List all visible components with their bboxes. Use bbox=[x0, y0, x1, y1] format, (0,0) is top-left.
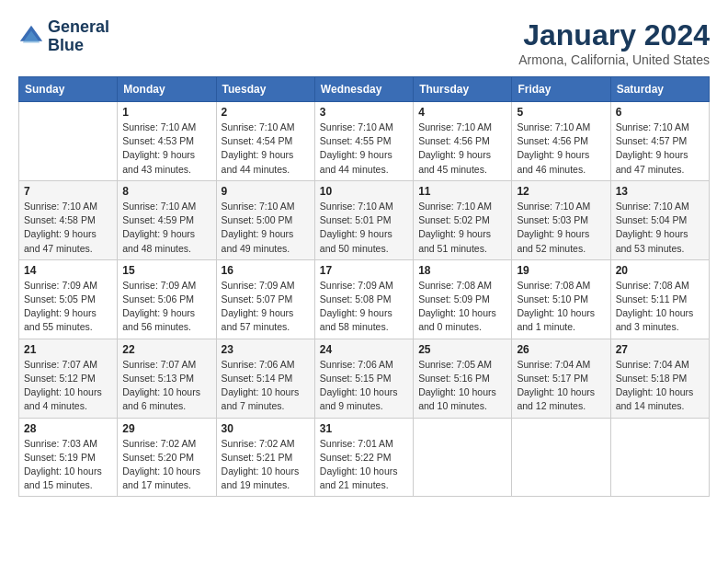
calendar-cell: 28Sunrise: 7:03 AMSunset: 5:19 PMDayligh… bbox=[19, 418, 118, 497]
calendar-cell: 10Sunrise: 7:10 AMSunset: 5:01 PMDayligh… bbox=[314, 180, 413, 259]
day-info: Sunrise: 7:10 AMSunset: 5:03 PMDaylight:… bbox=[517, 200, 605, 256]
day-number: 13 bbox=[616, 185, 704, 198]
calendar-cell: 26Sunrise: 7:04 AMSunset: 5:17 PMDayligh… bbox=[512, 339, 610, 418]
day-info: Sunrise: 7:05 AMSunset: 5:16 PMDaylight:… bbox=[418, 358, 506, 414]
day-number: 3 bbox=[320, 106, 408, 119]
calendar-cell: 8Sunrise: 7:10 AMSunset: 4:59 PMDaylight… bbox=[118, 180, 216, 259]
day-number: 26 bbox=[517, 343, 605, 356]
calendar-cell bbox=[19, 102, 118, 181]
calendar-cell: 19Sunrise: 7:08 AMSunset: 5:10 PMDayligh… bbox=[512, 259, 610, 339]
calendar-cell: 21Sunrise: 7:07 AMSunset: 5:12 PMDayligh… bbox=[19, 339, 118, 418]
calendar-cell: 14Sunrise: 7:09 AMSunset: 5:05 PMDayligh… bbox=[19, 259, 118, 339]
day-number: 9 bbox=[222, 185, 310, 198]
page-header: General Blue January 2024 Armona, Califo… bbox=[18, 18, 710, 67]
day-number: 29 bbox=[122, 422, 210, 435]
calendar-body: 1Sunrise: 7:10 AMSunset: 4:53 PMDaylight… bbox=[19, 102, 710, 497]
day-number: 6 bbox=[616, 106, 704, 119]
title-block: January 2024 Armona, California, United … bbox=[518, 18, 710, 67]
day-info: Sunrise: 7:01 AMSunset: 5:22 PMDaylight:… bbox=[320, 437, 408, 493]
day-number: 1 bbox=[122, 106, 210, 119]
day-info: Sunrise: 7:07 AMSunset: 5:12 PMDaylight:… bbox=[24, 358, 112, 414]
day-info: Sunrise: 7:10 AMSunset: 4:53 PMDaylight:… bbox=[122, 121, 210, 177]
day-number: 20 bbox=[616, 264, 704, 277]
header-cell-wednesday: Wednesday bbox=[314, 77, 413, 102]
calendar-cell: 16Sunrise: 7:09 AMSunset: 5:07 PMDayligh… bbox=[216, 259, 314, 339]
calendar-cell: 23Sunrise: 7:06 AMSunset: 5:14 PMDayligh… bbox=[216, 339, 314, 418]
day-info: Sunrise: 7:02 AMSunset: 5:21 PMDaylight:… bbox=[222, 437, 310, 493]
calendar-header: SundayMondayTuesdayWednesdayThursdayFrid… bbox=[19, 77, 710, 102]
day-number: 14 bbox=[24, 264, 112, 277]
day-info: Sunrise: 7:10 AMSunset: 5:02 PMDaylight:… bbox=[418, 200, 506, 256]
day-number: 31 bbox=[320, 422, 408, 435]
day-info: Sunrise: 7:10 AMSunset: 4:58 PMDaylight:… bbox=[24, 200, 112, 256]
day-info: Sunrise: 7:10 AMSunset: 4:55 PMDaylight:… bbox=[320, 121, 408, 177]
calendar-cell: 17Sunrise: 7:09 AMSunset: 5:08 PMDayligh… bbox=[314, 259, 413, 339]
day-number: 7 bbox=[24, 185, 112, 198]
calendar-cell: 3Sunrise: 7:10 AMSunset: 4:55 PMDaylight… bbox=[314, 102, 413, 181]
day-number: 21 bbox=[24, 343, 112, 356]
calendar-cell: 11Sunrise: 7:10 AMSunset: 5:02 PMDayligh… bbox=[414, 180, 512, 259]
logo-text: General Blue bbox=[48, 18, 109, 55]
calendar-cell: 27Sunrise: 7:04 AMSunset: 5:18 PMDayligh… bbox=[610, 339, 709, 418]
header-cell-sunday: Sunday bbox=[19, 77, 118, 102]
day-number: 23 bbox=[222, 343, 310, 356]
week-row-1: 1Sunrise: 7:10 AMSunset: 4:53 PMDaylight… bbox=[19, 102, 710, 181]
week-row-5: 28Sunrise: 7:03 AMSunset: 5:19 PMDayligh… bbox=[19, 418, 710, 497]
day-number: 12 bbox=[517, 185, 605, 198]
calendar-cell: 9Sunrise: 7:10 AMSunset: 5:00 PMDaylight… bbox=[216, 180, 314, 259]
day-info: Sunrise: 7:10 AMSunset: 4:54 PMDaylight:… bbox=[222, 121, 310, 177]
calendar-cell: 20Sunrise: 7:08 AMSunset: 5:11 PMDayligh… bbox=[610, 259, 709, 339]
day-number: 25 bbox=[418, 343, 506, 356]
day-info: Sunrise: 7:10 AMSunset: 5:01 PMDaylight:… bbox=[320, 200, 408, 256]
week-row-3: 14Sunrise: 7:09 AMSunset: 5:05 PMDayligh… bbox=[19, 259, 710, 339]
calendar-cell: 22Sunrise: 7:07 AMSunset: 5:13 PMDayligh… bbox=[118, 339, 216, 418]
header-cell-saturday: Saturday bbox=[610, 77, 709, 102]
day-info: Sunrise: 7:10 AMSunset: 4:59 PMDaylight:… bbox=[122, 200, 210, 256]
day-info: Sunrise: 7:04 AMSunset: 5:17 PMDaylight:… bbox=[517, 358, 605, 414]
calendar-cell: 7Sunrise: 7:10 AMSunset: 4:58 PMDaylight… bbox=[19, 180, 118, 259]
day-info: Sunrise: 7:10 AMSunset: 4:56 PMDaylight:… bbox=[418, 121, 506, 177]
day-number: 4 bbox=[418, 106, 506, 119]
day-number: 10 bbox=[320, 185, 408, 198]
header-cell-friday: Friday bbox=[512, 77, 610, 102]
day-number: 15 bbox=[122, 264, 210, 277]
header-cell-thursday: Thursday bbox=[414, 77, 512, 102]
day-info: Sunrise: 7:08 AMSunset: 5:09 PMDaylight:… bbox=[418, 279, 506, 335]
day-number: 8 bbox=[122, 185, 210, 198]
day-info: Sunrise: 7:10 AMSunset: 5:00 PMDaylight:… bbox=[222, 200, 310, 256]
day-info: Sunrise: 7:04 AMSunset: 5:18 PMDaylight:… bbox=[616, 358, 704, 414]
day-info: Sunrise: 7:06 AMSunset: 5:14 PMDaylight:… bbox=[222, 358, 310, 414]
calendar-cell: 1Sunrise: 7:10 AMSunset: 4:53 PMDaylight… bbox=[118, 102, 216, 181]
day-info: Sunrise: 7:10 AMSunset: 4:56 PMDaylight:… bbox=[517, 121, 605, 177]
day-number: 24 bbox=[320, 343, 408, 356]
calendar-cell bbox=[610, 418, 709, 497]
day-number: 5 bbox=[517, 106, 605, 119]
header-row: SundayMondayTuesdayWednesdayThursdayFrid… bbox=[19, 77, 710, 102]
day-number: 17 bbox=[320, 264, 408, 277]
calendar-title: January 2024 bbox=[518, 18, 710, 52]
day-info: Sunrise: 7:09 AMSunset: 5:05 PMDaylight:… bbox=[24, 279, 112, 335]
calendar-cell bbox=[414, 418, 512, 497]
calendar-cell: 6Sunrise: 7:10 AMSunset: 4:57 PMDaylight… bbox=[610, 102, 709, 181]
day-number: 16 bbox=[222, 264, 310, 277]
week-row-4: 21Sunrise: 7:07 AMSunset: 5:12 PMDayligh… bbox=[19, 339, 710, 418]
logo: General Blue bbox=[18, 18, 109, 55]
day-info: Sunrise: 7:08 AMSunset: 5:10 PMDaylight:… bbox=[517, 279, 605, 335]
logo-icon bbox=[18, 24, 44, 50]
day-number: 22 bbox=[122, 343, 210, 356]
header-cell-tuesday: Tuesday bbox=[216, 77, 314, 102]
day-info: Sunrise: 7:08 AMSunset: 5:11 PMDaylight:… bbox=[616, 279, 704, 335]
calendar-cell: 31Sunrise: 7:01 AMSunset: 5:22 PMDayligh… bbox=[314, 418, 413, 497]
calendar-subtitle: Armona, California, United States bbox=[518, 52, 710, 67]
day-number: 27 bbox=[616, 343, 704, 356]
calendar-cell: 12Sunrise: 7:10 AMSunset: 5:03 PMDayligh… bbox=[512, 180, 610, 259]
day-info: Sunrise: 7:09 AMSunset: 5:06 PMDaylight:… bbox=[122, 279, 210, 335]
day-info: Sunrise: 7:07 AMSunset: 5:13 PMDaylight:… bbox=[122, 358, 210, 414]
day-number: 2 bbox=[222, 106, 310, 119]
day-info: Sunrise: 7:02 AMSunset: 5:20 PMDaylight:… bbox=[122, 437, 210, 493]
calendar-cell: 25Sunrise: 7:05 AMSunset: 5:16 PMDayligh… bbox=[414, 339, 512, 418]
calendar-cell: 30Sunrise: 7:02 AMSunset: 5:21 PMDayligh… bbox=[216, 418, 314, 497]
day-number: 30 bbox=[222, 422, 310, 435]
calendar-cell: 4Sunrise: 7:10 AMSunset: 4:56 PMDaylight… bbox=[414, 102, 512, 181]
day-info: Sunrise: 7:10 AMSunset: 5:04 PMDaylight:… bbox=[616, 200, 704, 256]
